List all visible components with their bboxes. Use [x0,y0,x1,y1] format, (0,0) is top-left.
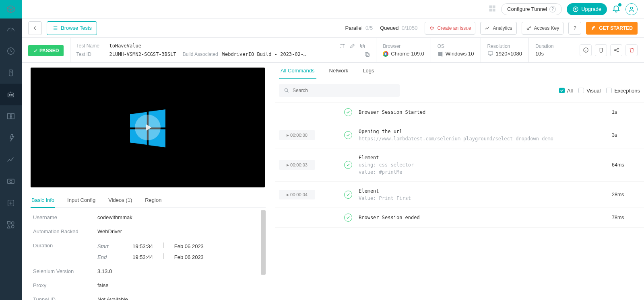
timestamp-badge: ▶ 00:00:04 [279,190,315,199]
info-tab-input-config[interactable]: Input Config [66,193,96,208]
back-button[interactable] [28,21,42,35]
list-icon [52,25,58,31]
info-tabs: Basic InfoInput ConfigVideos (1)Region [31,193,266,208]
browse-tests-label: Browse Tests [61,25,92,31]
command-duration: 28ms [612,192,640,197]
test-id-label: Test ID [76,51,105,57]
filter-visual[interactable]: Visual [578,88,601,94]
svg-rect-13 [489,6,492,8]
info-tab-videos-1-[interactable]: Videos (1) [107,193,133,208]
copy-icon[interactable] [359,43,365,49]
nav-performance[interactable] [0,127,22,149]
command-row[interactable]: ▶ 00:00:04ElementValue: Print First28ms [275,182,644,208]
command-row[interactable]: ▶ 00:00:00Opening the urlhttps://www.lam… [275,122,644,148]
command-duration: 64ms [612,162,640,168]
nav-integrations[interactable] [0,214,22,236]
right-tab-network[interactable]: Network [328,63,350,79]
basic-info-panel: Usernamecodewithmmak Automation BackedWe… [31,210,266,300]
configure-tunnel-button[interactable]: Configure Tunnel ? [501,3,562,15]
svg-point-3 [9,95,10,96]
nav-automation[interactable] [0,84,22,105]
nav-analytics[interactable] [0,149,22,171]
browse-tests-button[interactable]: Browse Tests [47,21,97,35]
browser-cell: Browser Chrome 109.0 [376,38,430,62]
sort-icon[interactable] [339,43,345,49]
info-tab-basic-info[interactable]: Basic Info [31,193,55,208]
svg-rect-24 [365,52,369,55]
share-button[interactable] [610,44,622,56]
edit-icon[interactable] [349,43,355,49]
command-text: Browser Session ended [359,214,605,221]
upgrade-button[interactable]: Upgrade [567,3,607,15]
svg-rect-10 [8,222,10,224]
svg-rect-16 [493,9,495,12]
search-box[interactable] [279,84,400,97]
get-started-button[interactable]: GET STARTED [586,22,638,35]
svg-point-4 [11,95,12,96]
brand-logo[interactable] [0,0,22,18]
create-issue-button[interactable]: Create an issue [425,22,475,35]
svg-point-8 [10,180,12,183]
command-text: Browser Session Started [359,109,605,116]
command-row[interactable]: Browser Session Started1s [275,102,644,122]
nav-history[interactable] [0,40,22,62]
command-row[interactable]: Browser Session ended78ms [275,208,644,228]
video-player[interactable] [31,68,265,187]
check-icon [344,108,352,116]
test-ids: Test Name toHaveValue Test ID 2LUMH-VSMN… [70,38,376,62]
svg-point-12 [11,225,14,228]
resolution-cell: Resolution 1920×1080 [481,38,528,62]
nav-compare[interactable] [0,105,22,127]
help-button[interactable]: ? [568,22,581,35]
analytics-button[interactable]: Analytics [480,22,516,35]
profile-avatar[interactable] [625,3,638,15]
svg-rect-14 [493,6,495,8]
command-row[interactable]: ▶ 00:00:03Elementusing: css selectorvalu… [275,148,644,182]
commands-pane: All CommandsNetworkLogs All Visual Excep… [275,63,644,300]
rocket-icon [591,25,597,31]
nav-screenshot[interactable] [0,171,22,192]
right-tab-logs[interactable]: Logs [361,63,376,79]
svg-rect-15 [489,9,492,12]
scrollbar[interactable] [261,210,266,275]
check-icon [344,191,352,199]
apps-grid-icon[interactable] [488,4,496,14]
filter-all[interactable]: All [559,88,573,94]
timestamp-badge: ▶ 00:00:00 [279,130,315,140]
svg-point-11 [11,222,14,224]
upgrade-icon [572,6,579,12]
test-actions [573,38,644,62]
info-button[interactable] [580,44,592,56]
copy-build-icon[interactable] [364,51,370,58]
filter-exceptions[interactable]: Exceptions [606,88,640,94]
svg-rect-23 [366,53,369,57]
check-icon [344,131,352,139]
search-input[interactable] [293,88,395,93]
svg-rect-2 [8,93,14,97]
nav-add[interactable] [0,192,22,214]
svg-point-30 [285,88,287,91]
toolbar: Browse Tests Parallel 0/5 Queued 0/1050 … [22,18,644,38]
command-duration: 78ms [612,215,640,220]
play-button[interactable] [135,115,161,140]
timestamp-badge [279,110,315,115]
create-issue-label: Create an issue [437,25,471,31]
chrome-icon [383,51,388,57]
svg-point-28 [617,48,619,49]
notifications-icon[interactable] [612,4,621,14]
top-header: Configure Tunnel ? Upgrade [22,0,644,18]
duration-cell: Duration 10s [528,38,573,62]
delete-button[interactable] [625,44,638,56]
nav-dashboard[interactable] [0,18,22,40]
bookmark-button[interactable] [595,44,607,56]
timestamp-badge: ▶ 00:00:03 [279,160,315,170]
right-tab-all-commands[interactable]: All Commands [279,63,316,79]
info-tab-region[interactable]: Region [144,193,162,208]
test-name-label: Test Name [76,43,105,49]
right-tabs: All CommandsNetworkLogs [275,63,644,79]
tunnel-help-icon: ? [549,6,556,12]
nav-realtime[interactable] [0,62,22,84]
build-label: Build Associated [183,51,218,57]
access-key-button[interactable]: Access Key [522,22,564,35]
get-started-label: GET STARTED [599,25,633,31]
